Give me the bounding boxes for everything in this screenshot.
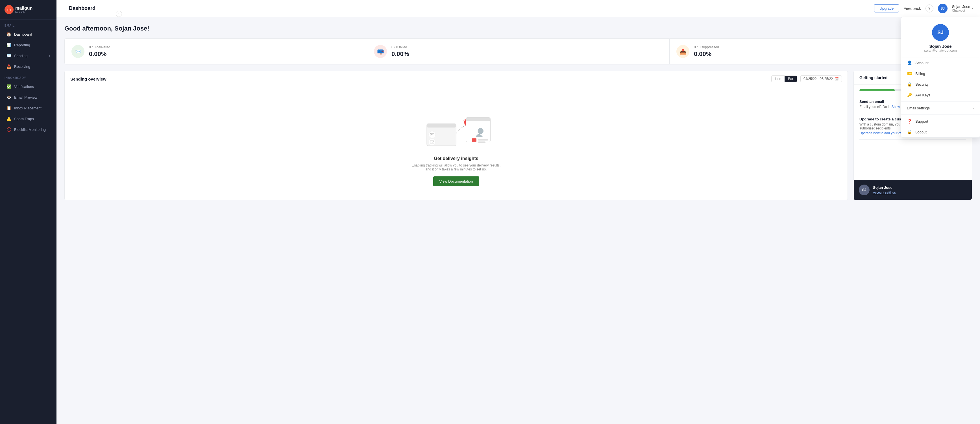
sending-overview-card: Sending overview Line Bar 04/25/22 - 05/… — [64, 71, 848, 200]
sidebar-item-inbox-placement[interactable]: 📋 Inbox Placement — [2, 103, 55, 113]
sidebar-item-spam-traps[interactable]: ⚠️ Spam Traps — [2, 114, 55, 124]
api-keys-label: API Keys — [915, 93, 930, 97]
dropdown-name: Sojan Jose — [929, 44, 951, 49]
svg-rect-9 — [478, 139, 488, 140]
bar-toggle-button[interactable]: Bar — [784, 76, 797, 82]
chevron-down-icon: ▾ — [972, 7, 973, 10]
two-col-layout: Sending overview Line Bar 04/25/22 - 05/… — [64, 71, 972, 200]
user-menu-button[interactable]: Sojan Jose Chatwoot ▾ — [952, 5, 973, 12]
sidebar-item-verifications[interactable]: ✅ Verifications — [2, 81, 55, 92]
sidebar-item-dashboard[interactable]: 🏠 Dashboard — [2, 29, 55, 39]
sidebar-collapse-button[interactable]: ‹ — [116, 11, 122, 17]
verifications-icon: ✅ — [6, 84, 11, 89]
sidebar-item-receiving[interactable]: 📥 Receiving — [2, 61, 55, 72]
inboxready-section-label: INBOXREADY — [0, 72, 56, 81]
date-range-text: 04/25/22 - 05/25/22 — [803, 77, 833, 81]
view-documentation-button[interactable]: View Documentation — [433, 176, 479, 186]
sidebar-item-reporting[interactable]: 📊 Reporting — [2, 40, 55, 50]
stats-row: 📨 0 / 0 delivered 0.00% 📪 0 / 0 failed 0… — [64, 38, 972, 64]
user-bottom-avatar: SJ — [859, 185, 870, 195]
dropdown-support-item[interactable]: ❓ Support — [901, 116, 980, 127]
line-toggle-button[interactable]: Line — [772, 76, 785, 82]
billing-label: Billing — [915, 72, 925, 76]
delivered-icon: 📨 — [72, 45, 84, 58]
help-button[interactable]: ? — [926, 5, 934, 13]
logout-icon: 🔓 — [907, 130, 912, 134]
main-area: ‹ Dashboard Upgrade Feedback ? SJ Sojan … — [56, 0, 980, 424]
sidebar-item-label: Email Preview — [14, 95, 37, 99]
sidebar-item-email-preview[interactable]: 👁️ Email Preview — [2, 92, 55, 102]
sending-overview-title: Sending overview — [70, 77, 768, 81]
failed-icon: 📪 — [374, 45, 387, 58]
dropdown-api-keys-item[interactable]: 🔑 API Keys — [901, 89, 980, 100]
page-title: Dashboard — [69, 5, 874, 11]
suppressed-icon: 📤 — [676, 45, 689, 58]
inbox-placement-icon: 📋 — [6, 105, 11, 110]
sidebar-item-label: Blocklist Monitoring — [14, 128, 46, 132]
stat-label-suppressed: 0 / 0 suppressed — [694, 45, 719, 49]
svg-point-7 — [477, 128, 484, 134]
reporting-icon: 📊 — [6, 42, 11, 48]
stat-card-failed: 📪 0 / 0 failed 0.00% — [367, 39, 669, 64]
email-preview-icon: 👁️ — [6, 95, 11, 100]
email-settings-item[interactable]: Email settings › — [901, 103, 980, 113]
stat-value-delivered: 0.00% — [89, 50, 110, 58]
sidebar-item-label: Reporting — [14, 43, 30, 47]
page-greeting: Good afternoon, Sojan Jose! — [64, 25, 972, 32]
sidebar-item-blocklist-monitoring[interactable]: 🚫 Blocklist Monitoring — [2, 124, 55, 135]
sidebar-item-sending[interactable]: ✉️ Sending › — [2, 51, 55, 61]
user-bottom-name: Sojan Jose — [873, 185, 896, 190]
stat-value-suppressed: 0.00% — [694, 50, 719, 58]
svg-point-3 — [429, 139, 436, 145]
calendar-icon: 📅 — [835, 77, 839, 81]
user-avatar[interactable]: SJ — [938, 4, 948, 13]
svg-rect-6 — [466, 118, 490, 121]
svg-rect-10 — [478, 142, 485, 143]
stat-value-failed: 0.00% — [391, 50, 409, 58]
account-settings-link[interactable]: Account settings — [873, 191, 896, 194]
email-settings-label: Email settings — [907, 106, 970, 110]
dropdown-avatar: SJ — [932, 24, 949, 41]
chevron-right-icon: › — [49, 54, 50, 57]
dashboard-icon: 🏠 — [6, 32, 11, 37]
sending-overview-header: Sending overview Line Bar 04/25/22 - 05/… — [65, 71, 848, 87]
account-label: Account — [915, 61, 929, 65]
feedback-button[interactable]: Feedback — [904, 6, 921, 11]
chart-toggle: Line Bar — [771, 75, 797, 82]
spam-traps-icon: ⚠️ — [6, 116, 11, 121]
dropdown-account-item[interactable]: 👤 Account — [901, 57, 980, 68]
chevron-right-icon: › — [973, 107, 974, 110]
dropdown-billing-item[interactable]: 💳 Billing — [901, 68, 980, 79]
dropdown-logout-item[interactable]: 🔓 Logout — [901, 127, 980, 137]
logout-label: Logout — [915, 130, 927, 134]
logo-name: mailgun — [15, 6, 32, 11]
logo-icon: m — [5, 5, 14, 14]
api-keys-icon: 🔑 — [907, 93, 912, 97]
dropdown-email: sojan@chatwoot.com — [924, 49, 957, 53]
user-dropdown: SJ Sojan Jose sojan@chatwoot.com 👤 Accou… — [901, 17, 980, 138]
sidebar-item-label: Spam Traps — [14, 117, 34, 121]
security-icon: 🔒 — [907, 82, 912, 86]
topbar: ‹ Dashboard Upgrade Feedback ? SJ Sojan … — [56, 0, 980, 17]
sending-icon: ✉️ — [6, 53, 11, 58]
dropdown-profile: SJ Sojan Jose sojan@chatwoot.com — [901, 17, 980, 57]
receiving-icon: 📥 — [6, 64, 11, 69]
stat-label-delivered: 0 / 0 delivered — [89, 45, 110, 49]
sidebar-item-label: Sending — [14, 54, 28, 58]
dropdown-security-item[interactable]: 🔒 Security — [901, 79, 980, 89]
user-bottom-panel: SJ Sojan Jose Account settings — [854, 180, 972, 200]
logo-sub: by sinch — [15, 11, 32, 14]
upgrade-button[interactable]: Upgrade — [874, 4, 899, 13]
support-label: Support — [915, 119, 928, 124]
billing-icon: 💳 — [907, 71, 912, 76]
email-section-label: EMAIL — [0, 19, 56, 29]
sidebar-item-label: Inbox Placement — [14, 106, 41, 110]
progress-bar-fill — [859, 89, 895, 91]
sending-overview-body: Get delivery insights Enabling tracking … — [65, 87, 848, 200]
dropdown-divider-2 — [901, 115, 980, 115]
content-area: Good afternoon, Sojan Jose! 📨 0 / 0 deli… — [56, 17, 980, 424]
sidebar-item-label: Receiving — [14, 64, 30, 69]
svg-rect-1 — [427, 124, 456, 128]
user-org: Chatwoot — [952, 9, 970, 12]
date-range-picker[interactable]: 04/25/22 - 05/25/22 📅 — [800, 75, 842, 82]
